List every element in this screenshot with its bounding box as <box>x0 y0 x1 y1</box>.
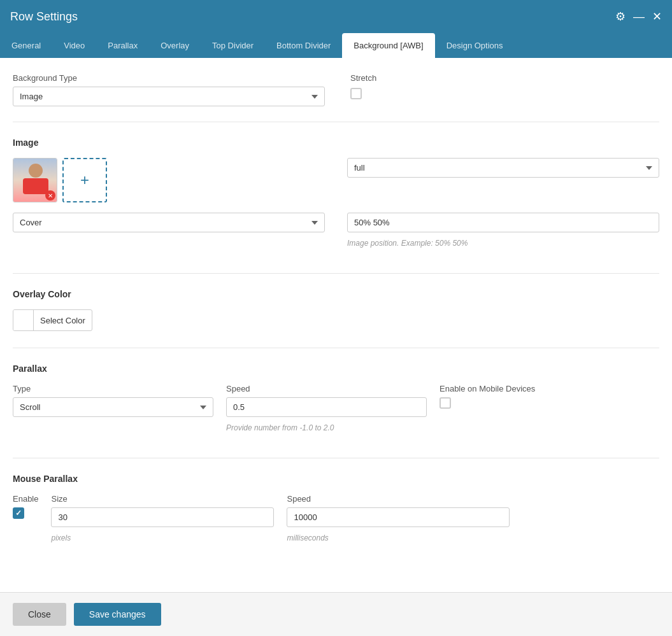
mobile-enable-label: Enable on Mobile Devices <box>440 384 535 393</box>
header-controls: ⚙ — ✕ <box>615 11 662 22</box>
tab-design-options[interactable]: Design Options <box>435 33 515 58</box>
save-changes-button[interactable]: Save changes <box>74 603 161 626</box>
window-title: Row Settings <box>10 10 78 24</box>
parallax-speed-label: Speed <box>226 384 427 393</box>
mouse-enable-checkbox-wrap[interactable] <box>13 507 38 519</box>
cover-group: Cover Contain Auto <box>13 213 325 232</box>
gear-button[interactable]: ⚙ <box>615 11 626 22</box>
overlay-color-title: Overlay Color <box>13 289 659 299</box>
close-button[interactable]: ✕ <box>652 11 662 22</box>
close-button[interactable]: Close <box>13 603 66 626</box>
tab-video[interactable]: Video <box>52 33 96 58</box>
mobile-enable-group: Enable on Mobile Devices <box>440 384 535 409</box>
person-head <box>29 164 43 178</box>
parallax-type-label: Type <box>13 384 213 393</box>
mobile-enable-checkbox[interactable] <box>440 397 451 409</box>
mouse-enable-label: Enable <box>13 494 38 504</box>
parallax-type-group: Type Scroll Fixed Mouse <box>13 384 213 417</box>
parallax-section: Parallax Type Scroll Fixed Mouse Speed P… <box>13 364 659 458</box>
tab-general[interactable]: General <box>0 33 52 58</box>
cover-position-row: Cover Contain Auto Image position. Examp… <box>13 213 659 248</box>
row-settings-window: Row Settings ⚙ — ✕ General Video Paralla… <box>0 0 672 636</box>
image-thumbnail[interactable]: ✕ <box>13 158 57 202</box>
mouse-size-input[interactable] <box>51 507 274 527</box>
parallax-speed-input[interactable] <box>226 397 427 417</box>
add-icon: + <box>80 171 89 189</box>
mouse-parallax-fields-row: Enable Size pixels Speed milliseconds <box>13 494 659 542</box>
color-button-label: Select Color <box>34 316 92 325</box>
tab-top-divider[interactable]: Top Divider <box>201 33 265 58</box>
overlay-color-section: Overlay Color Select Color <box>13 289 659 348</box>
mouse-speed-input[interactable] <box>287 507 510 527</box>
parallax-fields-row: Type Scroll Fixed Mouse Speed Provide nu… <box>13 384 659 432</box>
remove-image-button[interactable]: ✕ <box>45 190 55 201</box>
size-group: full large medium thumbnail <box>347 158 659 178</box>
image-section-title: Image <box>13 138 659 148</box>
parallax-speed-group: Speed Provide number from -1.0 to 2.0 <box>226 384 427 432</box>
mobile-enable-checkbox-wrap[interactable] <box>440 397 535 409</box>
stretch-label: Stretch <box>350 73 376 83</box>
stretch-checkbox-wrap[interactable] <box>350 88 376 99</box>
header: Row Settings ⚙ — ✕ <box>0 0 672 33</box>
background-type-group: Background Type Image Color Gradient Vid… <box>13 73 325 106</box>
add-image-button[interactable]: + <box>62 158 107 202</box>
image-row: ✕ + full large medium thumbnail <box>13 158 659 202</box>
mouse-parallax-title: Mouse Parallax <box>13 474 659 484</box>
image-size-select[interactable]: full large medium thumbnail <box>347 158 659 178</box>
position-input[interactable] <box>347 213 659 232</box>
background-type-section: Background Type Image Color Gradient Vid… <box>13 73 659 122</box>
parallax-type-select[interactable]: Scroll Fixed Mouse <box>13 397 213 417</box>
select-color-button[interactable]: Select Color <box>13 309 92 331</box>
mouse-speed-label: Speed <box>287 494 510 504</box>
mouse-size-label: Size <box>51 494 274 504</box>
mouse-size-hint: pixels <box>51 534 274 542</box>
image-section: Image ✕ + f <box>13 138 659 274</box>
position-hint: Image position. Example: 50% 50% <box>347 239 659 248</box>
footer: Close Save changes <box>0 592 672 636</box>
background-type-row: Background Type Image Color Gradient Vid… <box>13 73 659 106</box>
color-swatch <box>13 310 34 330</box>
tab-background-awb[interactable]: Background [AWB] <box>342 33 434 58</box>
mouse-size-group: Size pixels <box>51 494 274 542</box>
tab-bottom-divider[interactable]: Bottom Divider <box>265 33 342 58</box>
tab-parallax[interactable]: Parallax <box>96 33 149 58</box>
minimize-button[interactable]: — <box>633 11 645 22</box>
background-type-select[interactable]: Image Color Gradient Video <box>13 87 325 106</box>
stretch-checkbox[interactable] <box>350 88 362 99</box>
mouse-parallax-section: Mouse Parallax Enable Size pixels Speed … <box>13 474 659 568</box>
parallax-speed-hint: Provide number from -1.0 to 2.0 <box>226 423 427 432</box>
image-area: ✕ + <box>13 158 107 202</box>
mouse-speed-hint: milliseconds <box>287 534 510 542</box>
person-body <box>23 178 48 194</box>
tab-overlay[interactable]: Overlay <box>149 33 201 58</box>
cover-select[interactable]: Cover Contain Auto <box>13 213 325 232</box>
position-group: Image position. Example: 50% 50% <box>347 213 659 248</box>
stretch-group: Stretch <box>350 73 376 99</box>
mouse-enable-group: Enable <box>13 494 38 519</box>
tabs-bar: General Video Parallax Overlay Top Divid… <box>0 33 672 58</box>
content-area: Background Type Image Color Gradient Vid… <box>0 58 672 592</box>
background-type-label: Background Type <box>13 73 325 83</box>
parallax-title: Parallax <box>13 364 659 374</box>
mouse-enable-checkbox[interactable] <box>13 507 24 519</box>
mouse-speed-group: Speed milliseconds <box>287 494 510 542</box>
